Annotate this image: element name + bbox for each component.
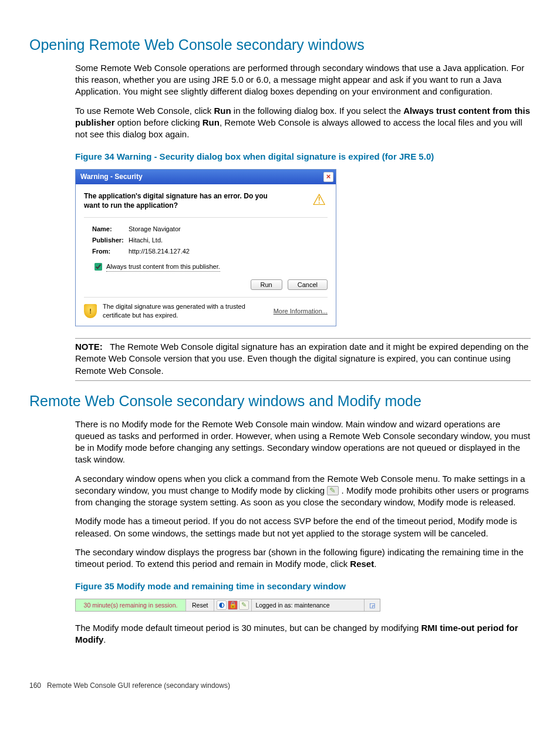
dialog-titlebar: Warning - Security × <box>76 170 336 184</box>
section-heading-opening: Opening Remote Web Console secondary win… <box>29 35 531 55</box>
page-number: 160 <box>29 681 41 690</box>
field-label-name: Name: <box>92 225 129 234</box>
body-paragraph: The secondary window displays the progre… <box>75 546 531 571</box>
dialog-message: The application's digital signature has … <box>84 191 284 210</box>
field-value-from: http://158.214.127.42 <box>129 247 190 256</box>
status-end-icon[interactable]: ◲ <box>365 599 380 611</box>
section-heading-modify-mode: Remote Web Console secondary windows and… <box>29 391 531 411</box>
text: . <box>103 634 106 644</box>
field-value-name: Storage Navigator <box>129 225 181 234</box>
body-paragraph: A secondary window opens when you click … <box>75 473 531 509</box>
logged-in-label: Logged in as: maintenance <box>252 599 365 611</box>
close-icon[interactable]: × <box>323 172 333 182</box>
shield-warning-icon: ! <box>84 304 97 318</box>
body-paragraph: The Modify mode default timeout period i… <box>75 622 531 646</box>
status-edit-icon[interactable]: ✎ <box>239 600 249 610</box>
divider <box>75 380 531 381</box>
session-remaining-bar: 30 minute(s) remaining in session. <box>76 599 186 611</box>
body-paragraph: Some Remote Web Console operations are p… <box>75 62 531 98</box>
modify-mode-icon[interactable] <box>327 486 339 495</box>
footer-title: Remote Web Console GUI reference (second… <box>47 681 230 690</box>
field-label-publisher: Publisher: <box>92 236 129 245</box>
body-paragraph: Modify mode has a timeout period. If you… <box>75 515 531 539</box>
bold-run2: Run <box>203 117 220 127</box>
text: . <box>374 559 376 569</box>
reset-button[interactable]: Reset <box>186 599 214 611</box>
note-label: NOTE: <box>75 342 103 352</box>
more-information-link[interactable]: More Information... <box>274 307 328 316</box>
figure-34-caption: Figure 34 Warning - Security dialog box … <box>75 151 531 163</box>
warning-security-dialog: Warning - Security × The application's d… <box>75 169 336 327</box>
status-bar: 30 minute(s) remaining in session. Reset… <box>75 599 380 612</box>
divider <box>75 338 531 339</box>
body-paragraph: There is no Modify mode for the Remote W… <box>75 418 531 466</box>
status-lock-icon[interactable]: 🔒 <box>228 600 238 610</box>
text: The secondary window displays the progre… <box>75 547 524 569</box>
warning-triangle-icon: ⚠ <box>310 191 328 209</box>
dialog-title-text: Warning - Security <box>80 172 143 181</box>
field-value-publisher: Hitachi, Ltd. <box>129 236 163 245</box>
cancel-button[interactable]: Cancel <box>288 279 328 290</box>
text: option before clicking <box>115 117 203 127</box>
dialog-footer-message: The digital signature was generated with… <box>103 302 255 320</box>
figure-35-caption: Figure 35 Modify mode and remaining time… <box>75 580 531 592</box>
bold-run: Run <box>214 106 231 116</box>
always-trust-checkbox[interactable] <box>95 263 102 271</box>
note-text: The Remote Web Console digital signature… <box>75 342 528 376</box>
bold-reset: Reset <box>350 559 374 569</box>
text: To use Remote Web Console, click <box>75 106 214 116</box>
field-label-from: From: <box>92 247 129 256</box>
text: in the following dialog box. If you sele… <box>231 106 404 116</box>
note-block: NOTE: The Remote Web Console digital sig… <box>75 341 531 377</box>
run-button[interactable]: Run <box>251 279 282 290</box>
status-icon-group: ◐ 🔒 ✎ <box>214 599 252 611</box>
status-info-icon[interactable]: ◐ <box>217 600 227 610</box>
text: The Modify mode default timeout period i… <box>75 623 421 633</box>
body-paragraph: To use Remote Web Console, click Run in … <box>75 105 531 141</box>
always-trust-label: Always trust content from this publisher… <box>106 262 220 272</box>
page-footer: 160 Remote Web Console GUI reference (se… <box>29 681 531 690</box>
